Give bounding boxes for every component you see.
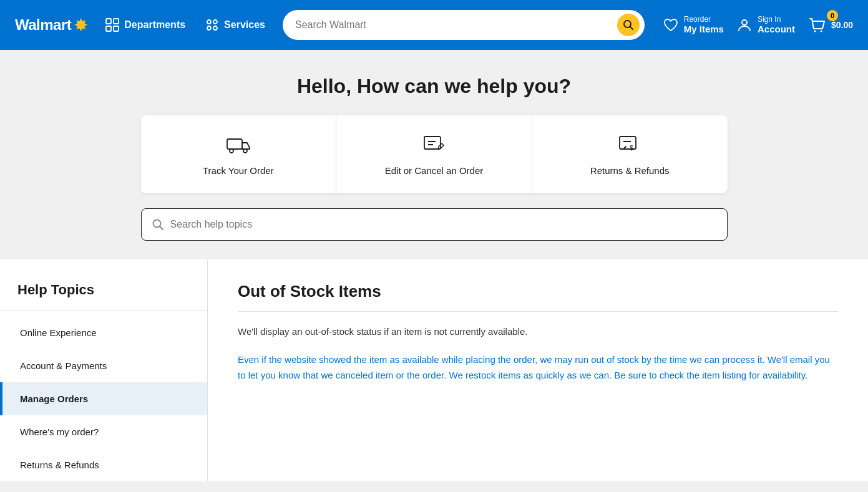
sidebar-item-returns-refunds[interactable]: Returns & Refunds bbox=[0, 448, 207, 481]
reorder-button[interactable]: Reorder My Items bbox=[663, 15, 724, 35]
help-hero: Hello, How can we help you? Track Your O… bbox=[0, 50, 868, 259]
help-cards: Track Your Order Edit or Cancel an Order… bbox=[141, 115, 728, 193]
svg-point-11 bbox=[814, 30, 816, 32]
signin-text: Sign In Account bbox=[758, 15, 795, 35]
svg-point-4 bbox=[207, 20, 211, 24]
track-order-card[interactable]: Track Your Order bbox=[141, 115, 337, 193]
svg-rect-0 bbox=[106, 19, 111, 24]
help-search-bar bbox=[141, 208, 728, 241]
signin-bottom: Account bbox=[758, 24, 795, 35]
svg-rect-13 bbox=[227, 139, 242, 149]
logo-text: Walmart bbox=[15, 16, 71, 34]
article-title: Out of Stock Items bbox=[238, 282, 838, 312]
svg-rect-3 bbox=[114, 26, 119, 31]
svg-point-6 bbox=[207, 26, 211, 30]
svg-rect-1 bbox=[114, 19, 119, 24]
edit-order-card[interactable]: Edit or Cancel an Order bbox=[336, 115, 532, 193]
sidebar-title: Help Topics bbox=[0, 282, 207, 311]
svg-point-12 bbox=[820, 30, 822, 32]
sidebar-item-manage-orders[interactable]: Manage Orders bbox=[0, 382, 207, 415]
signin-top: Sign In bbox=[758, 15, 795, 24]
sidebar-item-account-payments[interactable]: Account & Payments bbox=[0, 349, 207, 382]
departments-button[interactable]: Departments bbox=[103, 13, 188, 37]
spark-icon: ✸ bbox=[74, 15, 88, 36]
svg-point-15 bbox=[243, 149, 247, 153]
reorder-text: Reorder My Items bbox=[684, 15, 724, 35]
cart-icon bbox=[807, 15, 827, 35]
svg-line-23 bbox=[160, 226, 163, 229]
departments-label: Departments bbox=[124, 19, 185, 31]
truck-icon bbox=[226, 133, 251, 158]
cart-price: $0.00 bbox=[831, 20, 853, 30]
article-area: Out of Stock Items We'll display an out-… bbox=[208, 259, 868, 481]
article-para-2: Even if the website showed the item as a… bbox=[238, 352, 838, 383]
services-label: Services bbox=[224, 19, 265, 31]
svg-point-7 bbox=[213, 26, 217, 30]
svg-point-5 bbox=[213, 20, 217, 24]
heart-icon bbox=[663, 17, 679, 33]
help-search-icon bbox=[152, 218, 164, 231]
cart-button[interactable]: 0 $0.00 bbox=[807, 15, 853, 35]
user-icon bbox=[736, 17, 753, 33]
cart-badge: 0 bbox=[827, 10, 838, 21]
article-para-1: We'll display an out-of-stock status if … bbox=[238, 324, 838, 340]
main-content: Help Topics Online Experience Account & … bbox=[0, 259, 868, 481]
edit-order-label: Edit or Cancel an Order bbox=[385, 165, 484, 176]
main-search-input[interactable] bbox=[295, 19, 617, 31]
departments-icon bbox=[105, 18, 119, 32]
walmart-logo[interactable]: Walmart ✸ bbox=[15, 15, 88, 36]
reorder-bottom: My Items bbox=[684, 24, 724, 35]
signin-button[interactable]: Sign In Account bbox=[736, 15, 795, 35]
returns-label: Returns & Refunds bbox=[590, 165, 670, 176]
svg-point-14 bbox=[230, 149, 233, 153]
main-search-bar bbox=[283, 10, 645, 40]
sidebar-item-online-experience[interactable]: Online Experience bbox=[0, 316, 207, 349]
svg-line-9 bbox=[630, 27, 633, 30]
reorder-top: Reorder bbox=[684, 15, 724, 24]
track-order-label: Track Your Order bbox=[203, 165, 274, 176]
main-search-button[interactable] bbox=[617, 14, 640, 36]
help-title: Hello, How can we help you? bbox=[297, 75, 571, 98]
returns-card[interactable]: $ Returns & Refunds bbox=[532, 115, 728, 193]
search-icon bbox=[623, 19, 634, 31]
sidebar: Help Topics Online Experience Account & … bbox=[0, 259, 208, 481]
svg-text:$: $ bbox=[630, 144, 633, 152]
help-search-input[interactable] bbox=[170, 219, 717, 230]
edit-order-icon bbox=[422, 133, 447, 158]
header-actions: Reorder My Items Sign In Account 0 $0.00 bbox=[663, 15, 853, 35]
sidebar-item-wheres-my-order[interactable]: Where's my order? bbox=[0, 415, 207, 448]
header: Walmart ✸ Departments Services bbox=[0, 0, 868, 50]
services-icon bbox=[205, 18, 219, 32]
svg-point-10 bbox=[742, 20, 747, 25]
returns-icon: $ bbox=[617, 133, 642, 158]
svg-rect-2 bbox=[106, 26, 111, 31]
services-button[interactable]: Services bbox=[203, 13, 268, 37]
